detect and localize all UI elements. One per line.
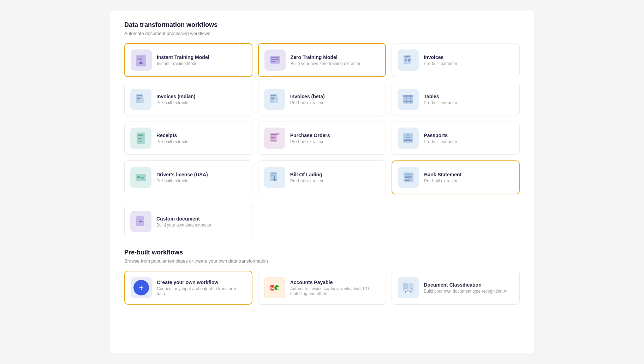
- card-create-own-workflow[interactable]: + Create your own workflow Connect any i…: [124, 271, 252, 305]
- card-icon-passports: [398, 128, 419, 149]
- card-text-instant-training: Instant Training Model Instant Training …: [157, 54, 209, 66]
- card-text-custom-document: Custom document Build your own data extr…: [156, 216, 211, 228]
- svg-text:QB: QB: [275, 286, 280, 290]
- svg-rect-47: [138, 141, 142, 142]
- card-custom-document[interactable]: Custom document Build your own data extr…: [124, 205, 252, 238]
- card-desc-bank-statement: Pre-built extractor: [424, 178, 461, 183]
- svg-point-89: [410, 291, 412, 293]
- svg-rect-16: [408, 59, 411, 60]
- card-invoices[interactable]: Invoices Pre-built extractor: [392, 43, 520, 77]
- section-title-data-transformation: Data transformation workflows: [124, 21, 520, 29]
- svg-rect-33: [274, 99, 277, 99]
- card-text-tables: Tables Pre-built extractor: [424, 94, 457, 105]
- card-desc-invoices: Pre-built extractor: [424, 61, 457, 66]
- card-icon-bill-of-lading: [264, 167, 285, 188]
- card-desc-accounts-payable: Automate invoice capture, verification, …: [290, 286, 380, 296]
- card-icon-custom-document: [130, 211, 151, 232]
- card-text-passports: Passports Pre-built extractor: [424, 133, 457, 144]
- svg-rect-44: [138, 137, 143, 137]
- ap-icon: M QB: [270, 283, 280, 293]
- card-title-zero-training: Zero Training Model: [291, 54, 360, 60]
- page-container: Data transformation workflows Automate d…: [110, 11, 534, 353]
- svg-rect-57: [404, 140, 412, 141]
- svg-rect-12: [405, 58, 408, 58]
- card-title-invoices-indian: Invoices (Indian): [156, 94, 195, 99]
- card-icon-instant-training: [131, 49, 152, 71]
- card-desc-tables: Pre-built extractor: [424, 100, 457, 105]
- card-desc-receipts: Pre-built extractor: [156, 139, 190, 144]
- card-invoices-indian[interactable]: Invoices (Indian) Pre-built extractor: [124, 83, 252, 116]
- svg-rect-67: [271, 175, 275, 176]
- card-tables[interactable]: Tables Pre-built extractor: [392, 83, 520, 116]
- svg-rect-42: [138, 134, 144, 135]
- card-title-invoices: Invoices: [424, 54, 457, 60]
- card-text-bank-statement: Bank Statement Pre-built extractor: [424, 172, 461, 183]
- card-desc-zero-training: Build your own zero training extractor: [291, 61, 360, 66]
- card-desc-invoices-indian: Pre-built extractor: [156, 100, 195, 105]
- svg-rect-36: [403, 95, 413, 97]
- svg-rect-20: [137, 95, 142, 96]
- prebuilt-workflows-grid: + Create your own workflow Connect any i…: [124, 271, 520, 305]
- svg-rect-64: [141, 178, 144, 179]
- svg-rect-29: [271, 97, 275, 98]
- card-icon-drivers-license: [130, 167, 151, 188]
- card-title-purchase-orders: Purchase Orders: [290, 133, 330, 138]
- svg-rect-17: [408, 60, 410, 61]
- card-receipts[interactable]: Receipts Pre-built extractor: [124, 122, 252, 155]
- card-bill-of-lading[interactable]: Bill Of Lading Pre-built extractor: [258, 160, 386, 194]
- card-drivers-license[interactable]: Driver's license (USA) Pre-built extract…: [124, 160, 252, 194]
- card-desc-document-classification: Build your own document type recognition…: [424, 289, 507, 294]
- card-zero-training[interactable]: Zero Training Model Build your own zero …: [258, 43, 386, 77]
- card-text-invoices: Invoices Pre-built extractor: [424, 54, 457, 66]
- card-purchase-orders[interactable]: PO Purchase Orders Pre-built extractor: [258, 122, 386, 155]
- card-title-bill-of-lading: Bill Of Lading: [290, 172, 324, 177]
- svg-point-59: [407, 135, 409, 137]
- card-icon-invoices-beta: [264, 89, 285, 110]
- card-icon-purchase-orders: PO: [264, 128, 285, 149]
- svg-rect-7: [271, 57, 279, 58]
- svg-rect-62: [141, 176, 145, 176]
- svg-rect-70: [405, 174, 412, 175]
- card-icon-receipts: [130, 128, 151, 149]
- svg-rect-56: [404, 139, 412, 140]
- card-accounts-payable[interactable]: M QB Accounts Payable Automate invoice c…: [258, 271, 386, 305]
- card-passports[interactable]: Passports Pre-built extractor: [392, 122, 520, 155]
- custom-document-row: Custom document Build your own data extr…: [124, 205, 520, 238]
- svg-rect-53: [271, 139, 274, 139]
- svg-rect-34: [274, 100, 276, 100]
- svg-rect-66: [271, 174, 276, 174]
- card-icon-invoices: [398, 49, 419, 71]
- svg-rect-23: [137, 100, 140, 100]
- card-text-zero-training: Zero Training Model Build your own zero …: [291, 54, 360, 66]
- svg-rect-63: [141, 177, 144, 178]
- card-invoices-beta[interactable]: Invoices (beta) Pre-built extractor: [258, 83, 386, 116]
- section-data-transformation: Data transformation workflows Automate d…: [124, 21, 520, 238]
- svg-text:PO: PO: [275, 133, 279, 136]
- svg-rect-32: [274, 98, 278, 103]
- card-bank-statement[interactable]: Bank Statement Pre-built extractor: [392, 160, 520, 194]
- card-desc-custom-document: Build your own data extractor: [156, 223, 211, 228]
- card-desc-invoices-beta: Pre-built extractor: [290, 100, 325, 105]
- card-desc-passports: Pre-built extractor: [424, 139, 457, 144]
- section-title-prebuilt: Pre-built workflows: [124, 249, 520, 256]
- card-text-bill-of-lading: Bill Of Lading Pre-built extractor: [290, 172, 324, 183]
- svg-rect-45: [138, 138, 141, 139]
- card-title-instant-training: Instant Training Model: [157, 54, 209, 60]
- card-icon-tables: [398, 89, 419, 110]
- card-title-accounts-payable: Accounts Payable: [290, 280, 380, 285]
- card-title-drivers-license: Driver's license (USA): [156, 172, 208, 177]
- svg-rect-43: [138, 135, 143, 136]
- card-icon-accounts-payable: M QB: [264, 277, 285, 298]
- svg-rect-52: [271, 137, 275, 138]
- svg-rect-9: [271, 61, 276, 62]
- card-desc-create-own-workflow: Connect any input and output to transfor…: [157, 286, 246, 296]
- card-icon-create-own-workflow: +: [131, 277, 152, 298]
- card-title-invoices-beta: Invoices (beta): [290, 94, 325, 99]
- card-text-create-own-workflow: Create your own workflow Connect any inp…: [157, 280, 246, 296]
- card-desc-instant-training: Instant Training Model: [157, 61, 209, 66]
- card-document-classification[interactable]: Document Classification Build your own d…: [392, 271, 520, 305]
- card-instant-training[interactable]: Instant Training Model Instant Training …: [124, 43, 252, 77]
- svg-rect-28: [271, 95, 276, 96]
- card-title-bank-statement: Bank Statement: [424, 172, 461, 177]
- svg-rect-2: [137, 58, 142, 59]
